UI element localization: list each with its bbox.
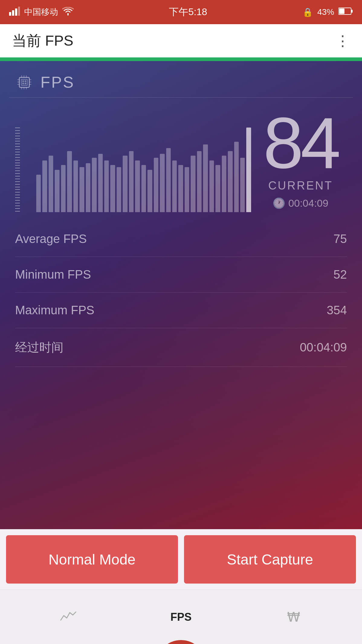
y-axis-tick (15, 195, 20, 195)
average-fps-value: 75 (334, 232, 347, 246)
y-axis-tick (15, 208, 20, 209)
status-bar: 中国移动 下午5:18 🔒 43% (0, 0, 362, 24)
y-axis-tick (15, 138, 20, 139)
fps-bar (185, 167, 189, 212)
fps-bar (123, 156, 127, 212)
fps-bar (197, 151, 202, 212)
battery-icon (338, 7, 353, 17)
start-capture-button[interactable]: Start Capture (184, 535, 356, 584)
average-fps-label: Average FPS (15, 232, 87, 246)
normal-mode-button[interactable]: Normal Mode (6, 535, 178, 584)
maximum-fps-row: Maximum FPS 354 (15, 293, 347, 328)
fps-bar (228, 151, 232, 212)
y-axis-tick (15, 197, 20, 198)
battery-percent: 43% (317, 7, 334, 17)
fps-bar (55, 170, 59, 212)
carrier-name: 中国移动 (24, 6, 58, 18)
elapsed-value: 00:04:09 (300, 341, 347, 354)
minimum-fps-row: Minimum FPS 52 (15, 257, 347, 293)
bottom-buttons: Normal Mode Start Capture (0, 529, 362, 590)
minimum-fps-label: Minimum FPS (15, 268, 91, 281)
y-axis-tick (15, 128, 20, 128)
fps-bar (240, 158, 245, 212)
svg-rect-23 (22, 83, 24, 84)
fps-bar (191, 156, 195, 212)
y-axis-tick (15, 200, 20, 201)
svg-rect-21 (22, 80, 24, 82)
y-axis-tick (15, 141, 20, 141)
fps-current-value: 84 (263, 107, 338, 179)
fps-bar (154, 158, 158, 212)
y-axis-tick (15, 211, 20, 212)
svg-rect-7 (19, 77, 29, 87)
fps-bar (147, 170, 152, 212)
y-axis-tick (15, 181, 20, 182)
fps-bar (67, 151, 72, 212)
y-axis-tick (15, 203, 20, 203)
fps-bar (160, 154, 164, 212)
y-axis-tick (15, 133, 20, 134)
fps-current-time: 🕐 00:04:09 (273, 197, 328, 209)
fps-bar (117, 167, 121, 212)
y-axis-tick (15, 157, 20, 158)
y-axis-tick (15, 136, 20, 136)
fps-bar (166, 148, 171, 212)
stats-section: Average FPS 75 Minimum FPS 52 Maximum FP… (0, 221, 362, 367)
fps-bar (135, 160, 140, 212)
y-axis-tick (15, 184, 20, 185)
status-time: 下午5:18 (169, 5, 207, 19)
main-content: FPS 84 CURRENT 🕐 00:04:09 Average FPS 75… (0, 61, 362, 529)
fps-bar (92, 158, 96, 212)
svg-rect-8 (21, 79, 27, 85)
y-axis-tick (15, 152, 20, 152)
fps-bar (141, 165, 146, 212)
maximum-fps-label: Maximum FPS (15, 303, 94, 317)
svg-rect-1 (12, 10, 14, 16)
accent-line (0, 57, 362, 61)
chart-area: 84 CURRENT 🕐 00:04:09 (0, 98, 362, 215)
svg-rect-5 (351, 10, 353, 13)
fps-bar (209, 160, 214, 212)
y-axis-tick (15, 149, 20, 150)
status-left: 中国移动 (9, 6, 74, 18)
y-axis-tick (15, 173, 20, 174)
svg-rect-6 (339, 8, 344, 14)
minimum-fps-value: 52 (334, 268, 347, 281)
elapsed-label: 经过时间 (15, 339, 63, 356)
y-axis-tick (15, 176, 20, 176)
average-fps-row: Average FPS 75 (15, 221, 347, 257)
fps-tab-label: FPS (170, 611, 192, 623)
svg-rect-2 (15, 8, 17, 16)
y-axis-tick (15, 130, 20, 131)
fps-bar (42, 160, 47, 212)
tab-fps[interactable]: FPS (125, 611, 238, 623)
svg-rect-22 (24, 80, 26, 82)
fps-current-label: CURRENT (268, 179, 333, 192)
page-title: 当前 FPS (12, 31, 73, 50)
fps-bar (215, 165, 220, 212)
fps-bar (234, 142, 239, 212)
y-axis-tick (15, 144, 20, 144)
y-axis (15, 128, 24, 212)
svg-rect-3 (18, 7, 20, 16)
fps-bar (246, 128, 251, 212)
fps-bar (61, 165, 66, 212)
y-axis-tick (15, 187, 20, 187)
fps-bar (110, 165, 115, 212)
fps-bar (79, 167, 84, 212)
fps-bar (73, 160, 78, 212)
bars-container (36, 128, 251, 212)
svg-rect-24 (24, 83, 26, 84)
y-axis-tick (15, 146, 20, 147)
lock-icon: 🔒 (302, 7, 313, 17)
app-bar: 当前 FPS ⋮ (0, 24, 362, 57)
fps-bar (36, 175, 41, 212)
tab-graph[interactable] (12, 610, 125, 625)
fps-bar (222, 156, 226, 212)
fps-bar (98, 154, 103, 212)
tab-bar: FPS ₩ (0, 590, 362, 644)
w-icon: ₩ (287, 609, 300, 625)
overflow-menu-button[interactable]: ⋮ (335, 32, 350, 49)
tab-w[interactable]: ₩ (237, 609, 350, 625)
y-axis-tick (15, 154, 20, 155)
